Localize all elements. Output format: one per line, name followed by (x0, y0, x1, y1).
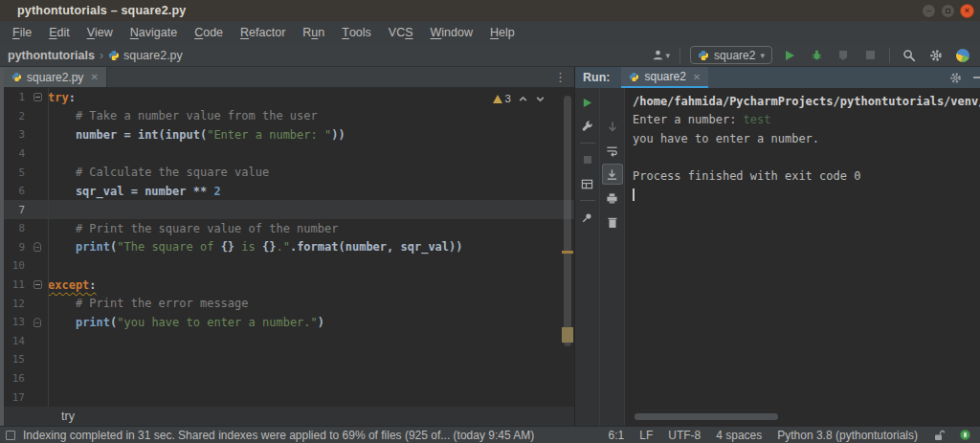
status-item-3[interactable]: UTF-8 (668, 429, 701, 442)
line-number[interactable]: 7 (4, 204, 27, 216)
code-editor[interactable]: 1try:2 # Take a number value from the us… (4, 88, 574, 407)
clear-all-trash-icon[interactable] (602, 211, 623, 233)
editor-breadcrumb-bar[interactable]: try (4, 407, 574, 426)
tool-window-toggle-icon[interactable] (6, 431, 15, 440)
settings-gear-icon[interactable] (926, 46, 946, 65)
code-line-2[interactable]: 2 # Take a number value from the user (4, 107, 574, 126)
status-item-5[interactable]: Python 3.8 (pythontutorials) (777, 429, 918, 442)
line-number[interactable]: 15 (4, 353, 27, 365)
minimize-button[interactable]: – (922, 4, 936, 18)
status-item-2[interactable]: LF (639, 429, 653, 442)
run-console[interactable]: /home/fahmida/PycharmProjects/pythontuto… (625, 88, 980, 426)
search-everywhere-button[interactable] (900, 46, 919, 65)
menu-navigate[interactable]: Navigate (122, 21, 186, 44)
gutter-fold-column[interactable] (27, 280, 48, 289)
breadcrumb-context[interactable]: try (61, 410, 75, 423)
line-number[interactable]: 8 (4, 222, 27, 234)
run-tab-square2[interactable]: square2 ✕ (621, 67, 708, 88)
tab-close-icon[interactable]: ✕ (693, 72, 701, 82)
gutter-fold-column[interactable] (27, 93, 48, 101)
selection-stripe-marker[interactable] (562, 327, 573, 343)
code-line-15[interactable]: 15 (4, 350, 574, 369)
status-item-4[interactable]: 4 spaces (716, 429, 762, 442)
menu-window[interactable]: Window (422, 21, 481, 44)
scroll-to-end-icon[interactable] (602, 164, 623, 185)
line-number[interactable]: 9 (4, 241, 27, 254)
menu-tools[interactable]: Tools (333, 21, 380, 44)
fold-end-icon[interactable] (33, 318, 41, 327)
fold-collapse-icon[interactable] (33, 93, 42, 101)
line-number[interactable]: 3 (4, 128, 27, 141)
notifications-icon[interactable] (960, 430, 970, 440)
code-line-7[interactable]: 7 (4, 200, 574, 219)
menu-help[interactable]: Help (481, 21, 523, 44)
code-line-1[interactable]: 1try: (4, 88, 574, 107)
line-number[interactable]: 12 (4, 298, 27, 310)
code-line-11[interactable]: 11except: (4, 276, 574, 295)
code-line-4[interactable]: 4 (4, 144, 574, 164)
line-number[interactable]: 10 (4, 259, 27, 272)
line-number[interactable]: 16 (4, 372, 27, 385)
pin-tab-icon[interactable] (577, 207, 598, 228)
menu-file[interactable]: File (4, 21, 40, 44)
tab-options-kebab-icon[interactable]: ⋮ (546, 67, 574, 87)
code-line-5[interactable]: 5 # Calculate the square value (4, 163, 574, 182)
line-number[interactable]: 11 (4, 278, 27, 291)
console-caret-line[interactable] (633, 186, 980, 205)
line-number[interactable]: 2 (4, 110, 27, 122)
rerun-button[interactable] (577, 92, 598, 113)
close-button[interactable]: × (960, 4, 974, 18)
gutter-fold-column[interactable] (27, 318, 48, 327)
run-button[interactable] (780, 46, 799, 65)
menu-edit[interactable]: Edit (40, 21, 78, 44)
line-number[interactable]: 4 (4, 147, 27, 160)
breadcrumb-file[interactable]: square2.py (123, 49, 183, 62)
fold-collapse-icon[interactable] (33, 280, 42, 289)
hide-tool-window-icon[interactable] (973, 77, 980, 78)
menu-refactor[interactable]: Refactor (232, 21, 294, 44)
inspection-widget[interactable]: 3 (493, 93, 546, 104)
prev-warning-chevron-up-icon[interactable] (518, 94, 528, 104)
debug-button[interactable] (807, 46, 826, 65)
breadcrumb-project[interactable]: pythontutorials (8, 49, 95, 62)
code-line-3[interactable]: 3 number = int(input("Enter a number: ")… (4, 125, 574, 144)
line-number[interactable]: 13 (4, 316, 27, 328)
fold-end-icon[interactable] (33, 242, 41, 252)
next-warning-chevron-down-icon[interactable] (535, 94, 546, 104)
code-line-13[interactable]: 13 print("you have to enter a number.") (4, 313, 574, 332)
soft-wrap-icon[interactable] (602, 140, 623, 161)
code-line-16[interactable]: 16 (4, 369, 574, 388)
menu-run[interactable]: Run (294, 21, 333, 44)
code-line-17[interactable]: 17 (4, 388, 574, 407)
status-message[interactable]: Indexing completed in 31 sec. Shared ind… (23, 429, 534, 442)
code-line-10[interactable]: 10 (4, 256, 574, 276)
ide-profile-sphere-icon[interactable] (953, 46, 972, 65)
print-icon[interactable] (602, 188, 623, 209)
code-line-8[interactable]: 8 # Print the square value of the number (4, 219, 574, 238)
editor-scrollbar[interactable] (561, 88, 574, 407)
console-hscrollbar-thumb[interactable] (635, 413, 778, 420)
maximize-button[interactable] (941, 4, 955, 18)
line-number[interactable]: 5 (4, 166, 27, 179)
code-line-9[interactable]: 9 print("The square of {} is {}.".format… (4, 238, 574, 257)
editor-tab-square2[interactable]: square2.py ✕ (4, 67, 107, 87)
restore-layout-icon[interactable] (577, 173, 598, 194)
code-line-12[interactable]: 12 # Print the error message (4, 294, 574, 313)
user-menu-button[interactable]: ▾ (652, 46, 671, 65)
menu-view[interactable]: View (78, 21, 122, 44)
gutter-fold-column[interactable] (27, 242, 48, 252)
edit-configuration-wrench-icon[interactable] (577, 116, 598, 137)
line-number[interactable]: 1 (4, 91, 27, 103)
menu-vcs[interactable]: VCS (380, 21, 422, 44)
unlock-icon[interactable] (933, 430, 945, 441)
warning-stripe-marker[interactable] (562, 251, 573, 254)
tab-close-icon[interactable]: ✕ (90, 72, 98, 82)
code-line-6[interactable]: 6 sqr_val = number ** 2 (4, 182, 574, 201)
status-item-1[interactable]: 6:1 (609, 429, 625, 442)
line-number[interactable]: 17 (4, 391, 27, 404)
run-settings-gear-icon[interactable] (949, 72, 962, 84)
line-number[interactable]: 6 (4, 185, 27, 197)
line-number[interactable]: 14 (4, 335, 27, 347)
run-configuration-select[interactable]: square2 ▾ (690, 46, 772, 64)
menu-code[interactable]: Code (186, 21, 232, 44)
